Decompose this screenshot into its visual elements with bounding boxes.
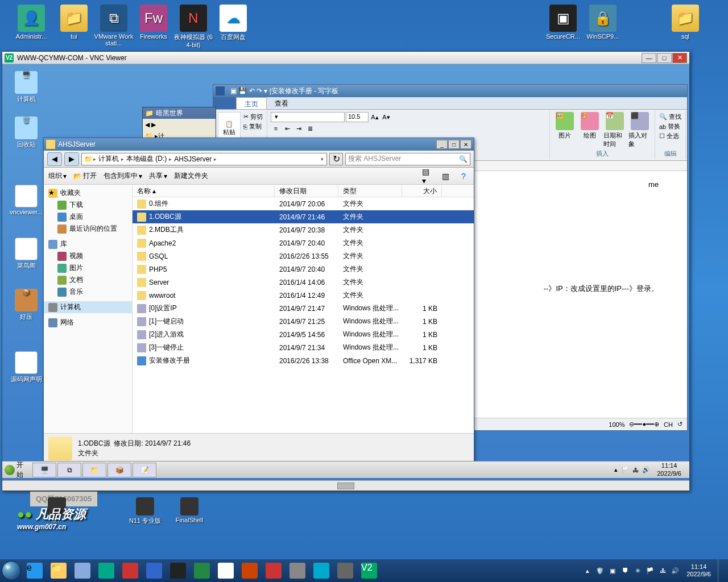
organize-button[interactable]: 组织 ▾ xyxy=(48,171,67,181)
nav-pictures[interactable]: 图片 xyxy=(44,262,132,274)
selectall-button[interactable]: ☐ 全选 xyxy=(659,131,682,141)
tray-network-icon[interactable]: 🖧 xyxy=(658,566,667,575)
remote-tray-up-icon[interactable]: ▴ xyxy=(614,466,618,473)
taskbar-vnc[interactable]: V2 xyxy=(358,561,380,580)
remote-task-5[interactable]: 📝 xyxy=(133,463,156,477)
taskbar-nox[interactable] xyxy=(167,561,189,580)
tab-view[interactable]: 查看 xyxy=(267,97,296,109)
clock[interactable]: 11:14 2022/9/6 xyxy=(683,563,714,578)
taskbar-app6[interactable] xyxy=(214,561,237,580)
remote-tray-vol-icon[interactable]: 🔊 xyxy=(642,466,650,473)
font-family-select[interactable]: ▾ xyxy=(271,112,345,122)
remote-tray-flag-icon[interactable]: 🏳️ xyxy=(621,466,629,473)
preview-pane-button[interactable]: ▥ xyxy=(440,171,451,182)
nav-documents[interactable]: 文档 xyxy=(44,274,132,286)
new-folder-button[interactable]: 新建文件夹 xyxy=(174,171,208,181)
nav-music[interactable]: 音乐 xyxy=(44,286,132,298)
nav-downloads[interactable]: 下载 xyxy=(44,199,132,211)
breadcrumb-folder[interactable]: AHSJServer xyxy=(172,155,213,163)
desktop-icon-winscp[interactable]: 🔒WinSCP9... xyxy=(583,5,623,40)
insert-datetime-button[interactable]: 📅日期和时间 xyxy=(603,112,626,148)
vnc-titlebar[interactable]: V2 WWW-QCYMW-COM - VNC Viewer — □ ✕ xyxy=(2,52,689,64)
file-row[interactable]: wwwroot2016/1/4 12:49文件夹 xyxy=(133,289,474,302)
explorer-titlebar[interactable]: AHSJServer _ □ ✕ xyxy=(44,138,474,151)
start-button[interactable] xyxy=(0,559,23,582)
nav-computer[interactable]: 计算机 xyxy=(44,301,132,313)
cut-button[interactable]: ✂ 剪切 xyxy=(243,112,263,122)
close-button[interactable]: ✕ xyxy=(672,53,687,63)
open-button[interactable]: 📂 打开 xyxy=(73,171,97,181)
remote-icon-computer[interactable]: 🖥️计算机 xyxy=(9,71,43,103)
maximize-button[interactable]: □ xyxy=(657,53,672,63)
file-row[interactable]: [2]进入游戏2014/9/5 14:56Windows 批处理...1 KB xyxy=(133,328,474,341)
nav-network[interactable]: 网络 xyxy=(44,317,132,329)
dark-world-titlebar[interactable]: 📁 暗黑世界 xyxy=(143,107,216,119)
file-row[interactable]: 安装修改手册2016/2/26 13:38Office Open XM...1,… xyxy=(133,354,474,367)
breadcrumb-computer[interactable]: 计算机 xyxy=(97,154,121,164)
remote-icon-cainiao[interactable]: 菜鸟阁 xyxy=(9,238,43,270)
file-row[interactable]: [0]设置IP2014/9/7 21:47Windows 批处理...1 KB xyxy=(133,302,474,315)
col-size[interactable]: 大小 xyxy=(402,185,442,197)
forward-button[interactable]: ▶ xyxy=(64,152,79,166)
ime-indicator[interactable]: CH xyxy=(664,421,673,428)
breadcrumb-disk[interactable]: 本地磁盘 (D:) xyxy=(125,154,168,164)
taskbar-ie[interactable]: e xyxy=(23,561,46,580)
replace-button[interactable]: ab 替换 xyxy=(659,122,682,131)
tray-icon-1[interactable]: 🛡️ xyxy=(595,566,605,575)
desktop-icon-securecrt[interactable]: ▣SecureCR... xyxy=(543,5,583,40)
nav-videos[interactable]: 视频 xyxy=(44,250,132,262)
col-date[interactable]: 修改日期 xyxy=(275,185,338,197)
file-row[interactable]: [1]一键启动2014/9/7 21:25Windows 批处理...1 KB xyxy=(133,315,474,328)
taskbar-app8[interactable] xyxy=(262,561,285,580)
remote-icon-declare[interactable]: 源码网声明 xyxy=(9,351,43,384)
refresh-button[interactable]: ↻ xyxy=(329,153,343,165)
remote-clock[interactable]: 11:142022/9/6 xyxy=(653,462,685,477)
taskbar-app1[interactable] xyxy=(71,561,94,580)
file-list[interactable]: 0.组件2014/9/7 20:06文件夹1.ODBC源2014/9/7 21:… xyxy=(133,197,474,433)
desktop-icon-sql[interactable]: 📁sql xyxy=(665,5,705,40)
help-button[interactable]: ? xyxy=(458,171,469,182)
remote-icon-recycle[interactable]: 🗑️回收站 xyxy=(9,117,43,149)
tray-volume-icon[interactable]: 🔊 xyxy=(671,566,680,575)
tray-up-icon[interactable]: ▴ xyxy=(583,566,592,575)
taskbar-app4[interactable] xyxy=(143,561,166,580)
include-button[interactable]: 包含到库中 ▾ xyxy=(104,171,142,181)
find-button[interactable]: 🔍 查找 xyxy=(659,112,682,122)
col-type[interactable]: 类型 xyxy=(338,185,402,197)
insert-paint-button[interactable]: 🎨绘图 xyxy=(578,112,601,140)
tray-icon-2[interactable]: ▣ xyxy=(608,566,617,575)
grow-font-button[interactable]: A▴ xyxy=(370,112,380,122)
remote-task-4[interactable]: 📦 xyxy=(107,463,131,477)
insert-object-button[interactable]: ⬛插入对象 xyxy=(628,112,651,148)
desktop-icon-nox[interactable]: N夜神模拟器 (64-bit) xyxy=(173,5,213,48)
remote-tray-net-icon[interactable]: 🖧 xyxy=(632,467,639,473)
shrink-font-button[interactable]: A▾ xyxy=(381,112,391,122)
tray-flag-icon[interactable]: 🏳️ xyxy=(646,566,655,575)
minimize-button[interactable]: — xyxy=(642,53,656,63)
file-row[interactable]: Server2016/1/4 14:06文件夹 xyxy=(133,276,474,289)
file-row[interactable]: PHP52014/9/7 20:40文件夹 xyxy=(133,263,474,276)
search-input[interactable]: 搜索 AHSJServer🔍 xyxy=(345,153,470,165)
tab-home[interactable]: 主页 xyxy=(236,97,267,109)
col-name[interactable]: 名称 ▴ xyxy=(133,185,275,197)
address-bar[interactable]: 📁▸ 计算机▸ 本地磁盘 (D:)▸ AHSJServer▸ ▾ xyxy=(81,153,327,165)
file-row[interactable]: 2.MDB工具2014/9/7 20:38文件夹 xyxy=(133,223,474,236)
exp-close-button[interactable]: ✕ xyxy=(460,140,471,149)
task-icon-n11[interactable]: N11 专业版 xyxy=(125,497,165,525)
desktop-icon-vmware[interactable]: ⧉VMware Workstati... xyxy=(94,5,134,47)
vnc-hscrollbar[interactable] xyxy=(2,480,689,490)
remote-task-2[interactable]: ⧉ xyxy=(57,463,81,477)
taskbar-app9[interactable] xyxy=(286,561,309,580)
nav-recent[interactable]: 最近访问的位置 xyxy=(44,223,132,235)
taskbar-app5[interactable] xyxy=(191,561,213,580)
task-icon-finalshell[interactable]: FinalShell xyxy=(169,497,209,523)
align-button[interactable]: ≣ xyxy=(305,123,315,134)
font-size-select[interactable]: 10.5 xyxy=(346,112,369,122)
zoom-level[interactable]: 100% xyxy=(609,421,624,428)
file-row[interactable]: GSQL2016/2/26 13:55文件夹 xyxy=(133,250,474,263)
remote-start-button[interactable]: 开始 xyxy=(2,462,32,478)
list-button[interactable]: ≡ xyxy=(271,123,281,134)
insert-picture-button[interactable]: 🖼️图片 xyxy=(553,112,576,140)
taskbar-app2[interactable] xyxy=(95,561,118,580)
desktop-icon-admin[interactable]: 👤Administr... xyxy=(11,5,51,40)
